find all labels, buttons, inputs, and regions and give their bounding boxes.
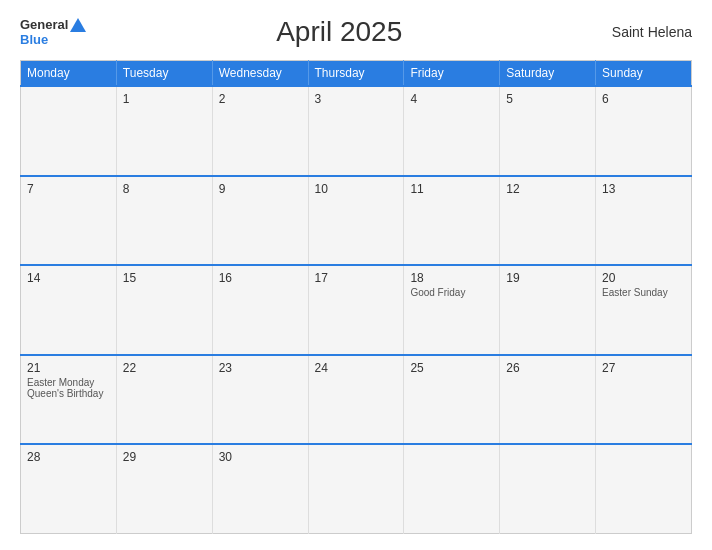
day-number: 1 <box>123 92 206 106</box>
calendar-cell: 7 <box>21 176 117 266</box>
day-number: 14 <box>27 271 110 285</box>
calendar-cell: 23 <box>212 355 308 445</box>
logo: General Blue <box>20 17 86 47</box>
logo-general-text: General <box>20 17 68 32</box>
day-number: 16 <box>219 271 302 285</box>
col-saturday: Saturday <box>500 61 596 87</box>
col-sunday: Sunday <box>596 61 692 87</box>
day-number: 22 <box>123 361 206 375</box>
day-number: 11 <box>410 182 493 196</box>
calendar-cell: 14 <box>21 265 117 355</box>
calendar-cell: 3 <box>308 86 404 176</box>
day-number: 2 <box>219 92 302 106</box>
calendar-cell <box>21 86 117 176</box>
calendar-cell: 28 <box>21 444 117 534</box>
day-number: 27 <box>602 361 685 375</box>
calendar-table: Monday Tuesday Wednesday Thursday Friday… <box>20 60 692 534</box>
day-number: 10 <box>315 182 398 196</box>
calendar-cell <box>596 444 692 534</box>
day-number: 24 <box>315 361 398 375</box>
calendar-cell: 1 <box>116 86 212 176</box>
calendar-cell: 6 <box>596 86 692 176</box>
calendar-week-row-5: 282930 <box>21 444 692 534</box>
col-thursday: Thursday <box>308 61 404 87</box>
day-number: 5 <box>506 92 589 106</box>
logo-blue-text: Blue <box>20 32 48 47</box>
day-number: 18 <box>410 271 493 285</box>
day-number: 3 <box>315 92 398 106</box>
calendar-cell <box>500 444 596 534</box>
region-label: Saint Helena <box>592 24 692 40</box>
day-number: 7 <box>27 182 110 196</box>
day-number: 20 <box>602 271 685 285</box>
calendar-cell: 8 <box>116 176 212 266</box>
calendar-week-row-4: 21Easter MondayQueen's Birthday222324252… <box>21 355 692 445</box>
day-number: 29 <box>123 450 206 464</box>
calendar-cell <box>404 444 500 534</box>
calendar-cell: 15 <box>116 265 212 355</box>
col-tuesday: Tuesday <box>116 61 212 87</box>
calendar-cell: 30 <box>212 444 308 534</box>
day-number: 19 <box>506 271 589 285</box>
calendar-header-row: Monday Tuesday Wednesday Thursday Friday… <box>21 61 692 87</box>
day-number: 15 <box>123 271 206 285</box>
logo-triangle-icon <box>70 18 86 32</box>
day-number: 26 <box>506 361 589 375</box>
calendar-cell: 17 <box>308 265 404 355</box>
day-number: 25 <box>410 361 493 375</box>
holiday-label: Good Friday <box>410 287 493 298</box>
calendar-week-row-2: 78910111213 <box>21 176 692 266</box>
holiday-label: Easter Sunday <box>602 287 685 298</box>
calendar-cell: 21Easter MondayQueen's Birthday <box>21 355 117 445</box>
day-number: 9 <box>219 182 302 196</box>
calendar-cell: 29 <box>116 444 212 534</box>
day-number: 17 <box>315 271 398 285</box>
calendar-week-row-1: 123456 <box>21 86 692 176</box>
calendar-cell: 24 <box>308 355 404 445</box>
day-number: 12 <box>506 182 589 196</box>
calendar-cell: 27 <box>596 355 692 445</box>
calendar-cell: 9 <box>212 176 308 266</box>
holiday-label: Easter Monday <box>27 377 110 388</box>
calendar-cell: 26 <box>500 355 596 445</box>
col-wednesday: Wednesday <box>212 61 308 87</box>
calendar-cell: 10 <box>308 176 404 266</box>
calendar-cell: 22 <box>116 355 212 445</box>
calendar-cell: 19 <box>500 265 596 355</box>
day-number: 13 <box>602 182 685 196</box>
calendar-cell <box>308 444 404 534</box>
day-number: 4 <box>410 92 493 106</box>
header: General Blue April 2025 Saint Helena <box>20 16 692 48</box>
calendar-cell: 18Good Friday <box>404 265 500 355</box>
day-number: 8 <box>123 182 206 196</box>
calendar-cell: 12 <box>500 176 596 266</box>
calendar-cell: 4 <box>404 86 500 176</box>
col-monday: Monday <box>21 61 117 87</box>
calendar-cell: 2 <box>212 86 308 176</box>
calendar-cell: 25 <box>404 355 500 445</box>
day-number: 21 <box>27 361 110 375</box>
day-number: 28 <box>27 450 110 464</box>
calendar-cell: 5 <box>500 86 596 176</box>
calendar-cell: 13 <box>596 176 692 266</box>
col-friday: Friday <box>404 61 500 87</box>
day-number: 23 <box>219 361 302 375</box>
calendar-cell: 20Easter Sunday <box>596 265 692 355</box>
calendar-cell: 16 <box>212 265 308 355</box>
holiday-label: Queen's Birthday <box>27 388 110 399</box>
day-number: 30 <box>219 450 302 464</box>
calendar-cell: 11 <box>404 176 500 266</box>
calendar-title: April 2025 <box>86 16 592 48</box>
calendar-week-row-3: 1415161718Good Friday1920Easter Sunday <box>21 265 692 355</box>
day-number: 6 <box>602 92 685 106</box>
page: General Blue April 2025 Saint Helena Mon… <box>0 0 712 550</box>
